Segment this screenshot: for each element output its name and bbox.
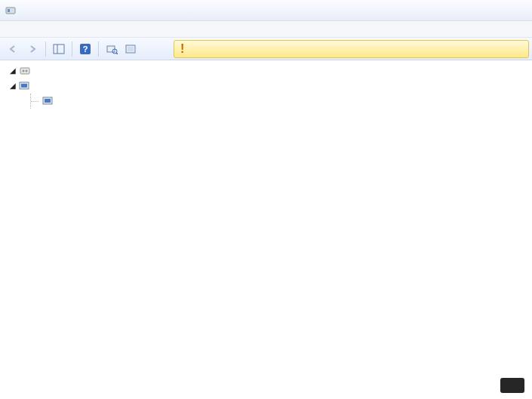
svg-rect-15 [21,84,27,87]
warning-icon: ! [180,42,184,56]
svg-rect-11 [20,68,29,74]
svg-text:?: ? [83,45,88,54]
show-hide-tree-button[interactable] [50,40,68,58]
svg-rect-0 [6,8,15,14]
forward-button[interactable] [23,40,42,58]
toolbar-separator [72,41,72,57]
expand-arrow-icon[interactable]: ◢ [8,78,18,94]
app-icon [5,5,17,17]
menu-bar [0,21,532,38]
tree-category-other-devices[interactable]: ◢ [8,63,532,78]
overlay-caption [500,378,524,393]
toolbar: ? ! [0,38,532,60]
scan-hardware-button[interactable] [103,40,121,58]
toolbar-separator [45,41,46,57]
display-adapter-icon [18,80,32,92]
warning-banner: ! [174,40,529,58]
device-tree[interactable]: ◢ ◢ [0,60,532,399]
svg-point-13 [26,70,28,72]
svg-line-8 [116,53,118,54]
tree-item-vga-adapter[interactable] [31,94,532,109]
svg-point-12 [23,70,25,72]
other-devices-icon [18,65,32,77]
menu-view[interactable] [33,28,39,31]
scan-refresh-button[interactable] [122,40,140,58]
menu-action[interactable] [18,28,24,31]
svg-rect-1 [8,9,10,12]
back-button[interactable] [4,40,22,58]
expand-arrow-icon[interactable]: ◢ [8,63,18,78]
display-adapter-icon [42,95,55,107]
tree-category-display-adapters[interactable]: ◢ [8,78,532,94]
svg-rect-17 [45,99,51,103]
help-button[interactable]: ? [76,40,94,58]
menu-file[interactable] [3,28,9,31]
svg-rect-2 [54,45,64,54]
toolbar-separator [98,41,99,57]
title-bar [0,0,532,21]
svg-rect-10 [128,47,134,51]
menu-help[interactable] [48,28,54,31]
